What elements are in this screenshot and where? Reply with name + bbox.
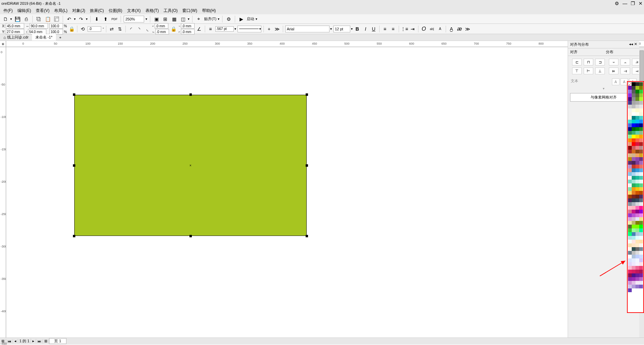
- palette-swatch[interactable]: [635, 123, 639, 127]
- palette-swatch[interactable]: [635, 101, 639, 105]
- palette-swatch[interactable]: [639, 138, 643, 142]
- palette-swatch[interactable]: [639, 191, 643, 195]
- palette-swatch[interactable]: [632, 93, 635, 97]
- palette-swatch[interactable]: [632, 127, 635, 131]
- palette-swatch[interactable]: [628, 180, 632, 183]
- palette-swatch[interactable]: [635, 225, 639, 228]
- page-back-icon[interactable]: ◂: [13, 339, 18, 343]
- palette-swatch[interactable]: [635, 180, 639, 183]
- palette-swatch[interactable]: [639, 142, 643, 146]
- palette-swatch[interactable]: [632, 198, 635, 202]
- palette-swatch[interactable]: [639, 202, 643, 206]
- palette-swatch[interactable]: [635, 191, 639, 195]
- palette-swatch[interactable]: [635, 108, 639, 112]
- export-icon[interactable]: ⬆: [102, 16, 109, 22]
- palette-swatch[interactable]: [635, 146, 639, 150]
- palette-swatch[interactable]: [635, 228, 639, 232]
- corner-bl-input[interactable]: [155, 29, 169, 34]
- palette-swatch[interactable]: [628, 232, 632, 236]
- palette-swatch[interactable]: [639, 150, 643, 153]
- palette-swatch[interactable]: [635, 262, 639, 266]
- palette-swatch[interactable]: [635, 210, 639, 213]
- palette-swatch[interactable]: [639, 251, 643, 255]
- palette-swatch[interactable]: [632, 277, 635, 281]
- palette-swatch[interactable]: [628, 262, 632, 266]
- menu-window[interactable]: 窗口(W): [180, 7, 199, 14]
- palette-swatch[interactable]: [639, 157, 643, 161]
- corner-tr-input[interactable]: [181, 23, 195, 29]
- palette-swatch[interactable]: [632, 217, 635, 221]
- align-right-btn[interactable]: ⊐: [595, 59, 605, 65]
- palette-swatch[interactable]: [628, 150, 632, 153]
- align-left-icon[interactable]: ≡: [382, 26, 388, 32]
- palette-swatch[interactable]: [632, 112, 635, 116]
- canvas[interactable]: ×: [6, 47, 644, 338]
- palette-swatch[interactable]: [639, 240, 643, 243]
- palette-swatch[interactable]: [632, 90, 635, 93]
- palette-swatch[interactable]: [639, 255, 643, 258]
- palette-swatch[interactable]: [639, 206, 643, 210]
- palette-swatch[interactable]: [628, 86, 632, 90]
- palette-swatch[interactable]: [635, 281, 639, 285]
- settings-icon[interactable]: ⚙: [615, 1, 619, 6]
- palette-swatch[interactable]: [635, 198, 639, 202]
- palette-swatch[interactable]: [628, 247, 632, 251]
- palette-swatch[interactable]: [635, 138, 639, 142]
- palette-swatch[interactable]: [639, 210, 643, 213]
- palette-swatch[interactable]: [635, 90, 639, 93]
- palette-swatch[interactable]: [639, 262, 643, 266]
- palette-swatch[interactable]: [628, 123, 632, 127]
- menu-tools[interactable]: 工具(O): [162, 7, 180, 14]
- outline-width-input[interactable]: [215, 26, 234, 32]
- palette-swatch[interactable]: [639, 281, 643, 285]
- palette-swatch[interactable]: [635, 120, 639, 123]
- align-left-btn[interactable]: ⊏: [572, 59, 582, 65]
- align-top-btn[interactable]: ⊤: [572, 68, 582, 74]
- corner-scallop-icon[interactable]: ◝: [136, 26, 143, 32]
- pos-y-input[interactable]: [6, 29, 24, 34]
- palette-swatch[interactable]: [628, 195, 632, 198]
- palette-swatch[interactable]: [632, 266, 635, 270]
- palette-swatch[interactable]: [635, 172, 639, 176]
- to-front-icon[interactable]: +: [266, 26, 273, 32]
- palette-swatch[interactable]: [628, 198, 632, 202]
- palette-swatch[interactable]: [632, 123, 635, 127]
- underline-icon[interactable]: U: [370, 26, 377, 32]
- palette-swatch[interactable]: [632, 195, 635, 198]
- palette-swatch[interactable]: [639, 195, 643, 198]
- palette-swatch[interactable]: [635, 243, 639, 247]
- palette-swatch[interactable]: [635, 161, 639, 165]
- palette-swatch[interactable]: [635, 153, 639, 157]
- palette-swatch[interactable]: [635, 255, 639, 258]
- height-input[interactable]: [28, 29, 46, 34]
- palette-swatch[interactable]: [628, 288, 632, 292]
- palette-swatch[interactable]: [628, 161, 632, 165]
- palette-swatch[interactable]: [635, 82, 639, 86]
- dist-center-v-btn[interactable]: ⫣: [620, 68, 630, 74]
- palette-swatch[interactable]: [632, 251, 635, 255]
- palette-swatch[interactable]: [628, 266, 632, 270]
- palette-swatch[interactable]: [635, 135, 639, 138]
- palette-swatch[interactable]: [632, 86, 635, 90]
- ruler-vertical[interactable]: 0-50-100-150-200-250-300-350-400-450: [0, 47, 6, 338]
- palette-swatch[interactable]: [639, 180, 643, 183]
- palette-swatch[interactable]: [632, 101, 635, 105]
- palette-swatch[interactable]: [635, 270, 639, 273]
- text-align-1[interactable]: A: [612, 78, 619, 85]
- palette-swatch[interactable]: [632, 273, 635, 277]
- redo-icon[interactable]: ↷: [78, 16, 85, 22]
- palette-swatch[interactable]: [635, 273, 639, 277]
- palette-swatch[interactable]: [628, 191, 632, 195]
- palette-swatch[interactable]: [628, 221, 632, 225]
- palette-swatch[interactable]: [628, 120, 632, 123]
- palette-swatch[interactable]: [639, 90, 643, 93]
- palette-swatch[interactable]: [628, 285, 632, 288]
- palette-swatch[interactable]: [639, 105, 643, 108]
- palette-swatch[interactable]: [632, 142, 635, 146]
- palette-swatch[interactable]: [635, 247, 639, 251]
- palette-swatch[interactable]: [639, 198, 643, 202]
- handle-tr[interactable]: [306, 93, 308, 96]
- palette-swatch[interactable]: [635, 131, 639, 135]
- palette-swatch[interactable]: [632, 225, 635, 228]
- scale-y-input[interactable]: [49, 29, 63, 34]
